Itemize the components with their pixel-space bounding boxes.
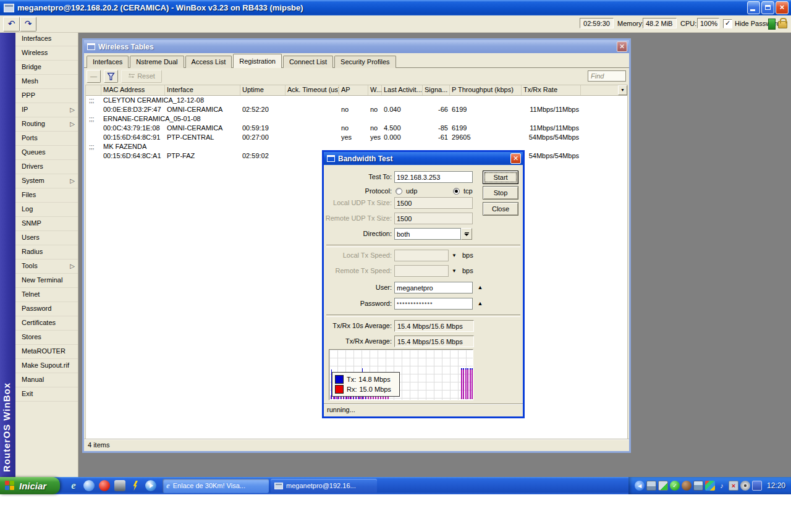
sidebar-item-password[interactable]: Password [15, 302, 78, 316]
blue-app-icon[interactable] [752, 481, 762, 491]
redo-button[interactable]: ↷ [20, 17, 36, 32]
sidebar-item-mesh[interactable]: Mesh [15, 75, 78, 89]
sidebar-item-stores[interactable]: Stores [15, 331, 78, 345]
table-row[interactable]: 00:15:6D:64:8C:91PTP-CENTRAL00:27:00yesy… [86, 133, 627, 142]
sidebar-item-manual[interactable]: Manual [15, 373, 78, 387]
start-button-taskbar[interactable]: Iniciar [0, 477, 60, 494]
column-header-p-throughput-kbps[interactable]: P Throughput (kbps) [450, 85, 522, 95]
bandwidth-test-close-icon[interactable]: ✕ [510, 153, 521, 164]
column-header-ack-timeout-us[interactable]: Ack. Timeout (us) [286, 85, 339, 95]
undo-button[interactable]: ↶ [3, 17, 20, 32]
minimize-button[interactable] [747, 1, 760, 14]
direction-dropdown-icon[interactable] [461, 228, 472, 240]
column-header-signa[interactable]: Signa... [423, 85, 450, 95]
sidebar-item-queues[interactable]: Queues [15, 146, 78, 160]
tab-interfaces[interactable]: Interfaces [87, 56, 129, 68]
column-header-w[interactable]: W... [368, 85, 382, 95]
tab-registration[interactable]: Registration [233, 54, 282, 68]
local-tx-speed-dropdown-icon[interactable]: ▼ [450, 250, 459, 261]
internet-explorer-icon[interactable]: e [68, 480, 79, 491]
maximize-button[interactable] [761, 1, 774, 14]
hide-passwords-checkbox[interactable]: ✓ [723, 19, 732, 28]
sidebar-item-certificates[interactable]: Certificates [15, 316, 78, 331]
sidebar-item-routing[interactable]: Routing▷ [15, 117, 78, 132]
sidebar-item-users[interactable]: Users [15, 231, 78, 245]
funnel-icon [107, 72, 115, 81]
sidebar-item-system[interactable]: System▷ [15, 174, 78, 188]
task-browser[interactable]: e Enlace de 30Km! Visa... [163, 479, 269, 493]
column-header-ap[interactable]: AP [339, 85, 368, 95]
sidebar-item-ppp[interactable]: PPP [15, 89, 78, 103]
sidebar-item-snmp[interactable]: SNMP [15, 217, 78, 231]
close-dialog-button[interactable]: Close [483, 202, 518, 216]
remove-button[interactable]: — [87, 70, 101, 83]
sidebar-item-interfaces[interactable]: Interfaces [15, 32, 78, 46]
messenger-icon[interactable] [682, 481, 692, 491]
filter-button[interactable] [104, 70, 118, 83]
sidebar-item-files[interactable]: Files [15, 188, 78, 203]
group-row[interactable]: ;;;ERNANE-CERAMICA_05-01-08 [86, 114, 627, 124]
user-up-arrow-icon[interactable]: ▲ [476, 282, 484, 293]
bandwidth-test-titlebar[interactable]: Bandwidth Test ✕ [324, 152, 523, 165]
sidebar-item-drivers[interactable]: Drivers [15, 160, 78, 174]
remote-tx-speed-dropdown-icon[interactable]: ▼ [450, 265, 459, 277]
password-up-arrow-icon[interactable]: ▲ [476, 298, 484, 310]
tab-access-list[interactable]: Access List [185, 56, 232, 68]
close-button[interactable]: × [776, 1, 789, 14]
sidebar-item-radius[interactable]: Radius [15, 245, 78, 260]
user-input[interactable] [394, 282, 473, 293]
reset-button[interactable]: Reset [121, 70, 162, 83]
sidebar-item-log[interactable]: Log [15, 203, 78, 217]
sidebar-item-telnet[interactable]: Telnet [15, 288, 78, 302]
network-pc-icon[interactable] [658, 481, 668, 491]
colored-squares-icon[interactable] [705, 481, 715, 491]
lightning-app-icon[interactable] [130, 480, 141, 491]
volume-icon[interactable]: ♪ [717, 481, 727, 491]
tab-security-profiles[interactable]: Security Profiles [334, 56, 396, 68]
wireless-tables-close-icon[interactable]: ✕ [617, 41, 627, 52]
media-player-icon[interactable] [145, 480, 156, 491]
sidebar-item-ports[interactable]: Ports [15, 132, 78, 146]
direction-input[interactable] [394, 228, 461, 240]
column-select-button[interactable]: ▼ [618, 85, 627, 95]
table-row[interactable]: 00:0C:43:79:1E:08OMNI-CERAMICA00:59:19no… [86, 124, 627, 133]
wireless-tables-titlebar[interactable]: Wireless Tables ✕ [84, 40, 629, 53]
gray-app-icon[interactable] [114, 480, 125, 491]
start-button[interactable]: Start [483, 171, 518, 184]
display-error-icon[interactable]: × [729, 481, 738, 491]
dual-monitor-icon[interactable] [693, 481, 703, 491]
sidebar-item-bridge[interactable]: Bridge [15, 61, 78, 75]
protocol-udp-radio[interactable] [396, 188, 402, 195]
column-header-interface[interactable]: Interface [165, 85, 240, 95]
column-header-tx-rx-rate[interactable]: Tx/Rx Rate [522, 85, 581, 95]
tab-connect-list[interactable]: Connect List [283, 56, 333, 68]
antivirus-check-icon[interactable]: ✓ [670, 481, 680, 491]
group-row[interactable]: ;;;CLEYTON CERAMICA_12-12-08 [86, 96, 627, 105]
cd-player-icon[interactable] [740, 481, 750, 491]
table-row[interactable]: 00:0E:E8:D3:2F:47OMNI-CERAMICA02:52:20no… [86, 105, 627, 114]
sidebar-item-tools[interactable]: Tools▷ [15, 260, 78, 274]
password-input[interactable] [394, 298, 473, 310]
main-titlebar[interactable]: meganetpro@192.168.20.2 (CERAMICA) - Win… [0, 0, 791, 15]
find-input[interactable] [588, 70, 626, 82]
protocol-tcp-radio[interactable] [453, 188, 460, 195]
column-header-mac-address[interactable]: MAC Address [101, 85, 165, 95]
tab-nstreme-dual[interactable]: Nstreme Dual [130, 56, 184, 68]
collapse-chevron-icon[interactable]: ◀ [635, 481, 645, 491]
column-header-uptime[interactable]: Uptime [240, 85, 286, 95]
sidebar-item-new-terminal[interactable]: New Terminal [15, 274, 78, 288]
sidebar-item-wireless[interactable]: Wireless [15, 46, 78, 61]
sidebar-item-label: SNMP [22, 219, 41, 227]
wireless-signal-icon[interactable] [646, 481, 656, 491]
sidebar-item-metarouter[interactable]: MetaROUTER [15, 345, 78, 359]
stop-button[interactable]: Stop [483, 186, 518, 200]
test-to-input[interactable] [394, 171, 473, 183]
red-app-icon[interactable] [99, 480, 110, 491]
sidebar-item-exit[interactable]: Exit [15, 387, 78, 402]
sidebar-item-make-supout-rif[interactable]: Make Supout.rif [15, 359, 78, 373]
task-winbox[interactable]: meganetpro@192.16... [271, 479, 377, 493]
sidebar-item-label: MetaROUTER [22, 347, 66, 355]
globe-app-icon[interactable] [83, 480, 95, 491]
sidebar-item-ip[interactable]: IP▷ [15, 103, 78, 117]
column-header-last-activit[interactable]: Last Activit... [382, 85, 423, 95]
